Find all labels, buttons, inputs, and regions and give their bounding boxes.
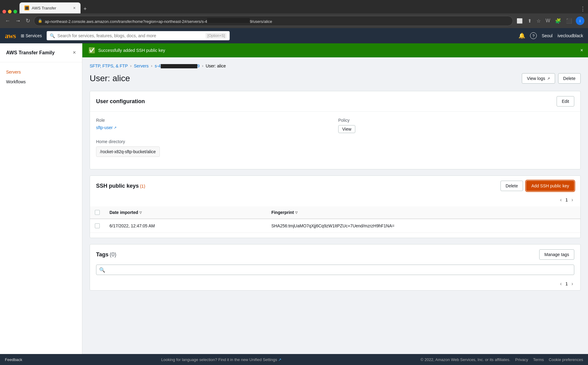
sidebar-item-servers[interactable]: Servers: [0, 67, 82, 77]
layout-icon[interactable]: ⬛: [565, 17, 573, 25]
aws-header: aws ⊞ Services 🔍 [Option+S] 🔔 ? Seoul iv…: [0, 28, 588, 43]
user-profile-icon[interactable]: i: [576, 16, 584, 25]
ssh-pagination: ‹ 1 ›: [90, 196, 580, 206]
share-icon[interactable]: ⬆: [526, 17, 533, 25]
new-tab-button[interactable]: +: [81, 4, 90, 13]
tags-next-page-button[interactable]: ›: [570, 280, 574, 288]
date-imported-header[interactable]: Date imported ▽: [105, 206, 267, 219]
tags-page-number: 1: [565, 281, 568, 286]
back-button[interactable]: ←: [4, 16, 12, 25]
view-logs-button[interactable]: View logs ↗: [522, 73, 555, 84]
screen-share-icon[interactable]: ⬜: [515, 17, 524, 25]
check-icon: ✅: [88, 47, 95, 54]
username-dropdown[interactable]: ivecloudblack: [558, 33, 583, 38]
toolbar-icons: ⬜ ⬆ ☆ W 🧩 ⬛ i: [515, 16, 584, 25]
ssh-keys-actions: Delete Add SSH public key: [500, 181, 574, 191]
breadcrumb-sftp[interactable]: SFTP, FTPS, & FTP: [90, 63, 128, 68]
browser-tab-bar: ⬛ AWS Transfer × + ⋮: [0, 0, 588, 13]
page-title-row: User: alice View logs ↗ Delete: [90, 73, 581, 84]
sort-icon: ▽: [139, 211, 142, 214]
ssh-keys-header: SSH public keys (1) Delete Add SSH publi…: [90, 176, 580, 196]
ssh-page-number: 1: [565, 197, 568, 202]
url-redacted: [207, 18, 250, 23]
breadcrumb-servers[interactable]: Servers: [134, 63, 149, 68]
forward-button[interactable]: →: [14, 16, 22, 25]
tags-card: Tags (0) Manage tags 🔍 ‹ 1 ›: [90, 244, 581, 291]
date-imported-cell: 6/17/2022, 12:47:05 AM: [105, 219, 267, 233]
breadcrumb-server-id: s-49: [155, 63, 199, 68]
success-banner: ✅ Successfully added SSH public key ×: [82, 43, 588, 57]
copyright-text: © 2022, Amazon Web Services, Inc. or its…: [421, 357, 511, 362]
sidebar: AWS Transfer Family × Servers Workflows: [0, 43, 82, 354]
tags-search-row: 🔍: [90, 265, 580, 277]
extension-icon[interactable]: W: [544, 17, 551, 25]
role-label: Role: [96, 118, 332, 123]
tags-search-input[interactable]: [96, 265, 574, 275]
puzzle-icon[interactable]: 🧩: [554, 17, 562, 25]
breadcrumb: SFTP, FTPS, & FTP › Servers › s-49 › Use…: [90, 63, 581, 68]
role-link[interactable]: sftp-user ↗: [96, 125, 117, 130]
edit-button[interactable]: Edit: [557, 96, 574, 107]
close-traffic-light[interactable]: [2, 10, 6, 13]
services-button[interactable]: ⊞ Services: [21, 33, 42, 38]
content-area: ✅ Successfully added SSH public key × SF…: [82, 43, 588, 354]
select-all-checkbox[interactable]: [95, 210, 100, 215]
page-title: User: alice: [90, 74, 130, 83]
active-tab[interactable]: ⬛ AWS Transfer ×: [20, 2, 81, 13]
search-input[interactable]: [57, 33, 203, 38]
maximize-traffic-light[interactable]: [13, 10, 17, 13]
sidebar-nav: Servers Workflows: [0, 62, 82, 92]
bookmark-icon[interactable]: ☆: [535, 17, 542, 25]
breadcrumb-sep-2: ›: [151, 64, 152, 68]
unified-settings-link[interactable]: ↗: [278, 357, 281, 362]
ssh-keys-title: SSH public keys: [96, 183, 139, 189]
main-layout: AWS Transfer Family × Servers Workflows …: [0, 43, 588, 354]
sidebar-close-button[interactable]: ×: [73, 49, 76, 56]
minimize-traffic-light[interactable]: [8, 10, 12, 13]
table-header: Date imported ▽ Fingerprint ▽: [90, 206, 580, 219]
tab-favicon: ⬛: [24, 5, 29, 10]
row-checkbox-cell: [90, 219, 105, 233]
aws-header-right: 🔔 ? Seoul ivecloudblack: [518, 32, 583, 39]
region-selector[interactable]: Seoul: [542, 33, 553, 38]
privacy-link[interactable]: Privacy: [515, 357, 528, 362]
row-checkbox[interactable]: [95, 223, 100, 228]
sidebar-item-workflows[interactable]: Workflows: [0, 77, 82, 87]
tags-pagination: ‹ 1 ›: [90, 277, 580, 290]
page-title-actions: View logs ↗ Delete: [522, 73, 581, 84]
cookie-preferences-link[interactable]: Cookie preferences: [549, 357, 583, 362]
help-button[interactable]: ?: [530, 32, 537, 39]
add-ssh-key-button[interactable]: Add SSH public key: [526, 181, 574, 191]
banner-close-button[interactable]: ×: [580, 48, 583, 53]
policy-label: Policy: [338, 118, 574, 123]
notifications-bell-icon[interactable]: 🔔: [518, 32, 525, 39]
terms-link[interactable]: Terms: [533, 357, 544, 362]
tab-menu[interactable]: ⋮: [580, 5, 586, 13]
refresh-button[interactable]: ↻: [24, 16, 31, 25]
tab-close-button[interactable]: ×: [73, 5, 76, 10]
feedback-link[interactable]: Feedback: [5, 357, 22, 362]
grid-icon: ⊞: [21, 33, 24, 38]
aws-search-bar[interactable]: 🔍 [Option+S]: [47, 31, 230, 40]
browser-chrome: ⬛ AWS Transfer × + ⋮ ← → ↻ 🔒 ap-northeas…: [0, 0, 588, 28]
ssh-delete-button[interactable]: Delete: [500, 181, 523, 191]
traffic-lights: [2, 10, 17, 13]
ssh-next-page-button[interactable]: ›: [570, 196, 574, 204]
manage-tags-button[interactable]: Manage tags: [539, 249, 574, 260]
tags-search-icon: 🔍: [99, 267, 105, 273]
view-policy-button[interactable]: View: [338, 125, 355, 133]
tags-title-group: Tags (0): [96, 251, 117, 258]
address-bar[interactable]: 🔒 ap-northeast-2.console.aws.amazon.com/…: [34, 16, 513, 26]
fingerprint-header[interactable]: Fingerprint ▽: [267, 206, 580, 219]
ssh-keys-card: SSH public keys (1) Delete Add SSH publi…: [90, 175, 581, 238]
tags-prev-page-button[interactable]: ‹: [559, 280, 563, 288]
delete-button[interactable]: Delete: [558, 73, 581, 84]
external-link-icon: ↗: [114, 126, 117, 130]
ssh-prev-page-button[interactable]: ‹: [559, 196, 563, 204]
search-icon: 🔍: [50, 33, 55, 38]
bottom-bar: Feedback Looking for language selection?…: [0, 354, 588, 365]
table-row: 6/17/2022, 12:47:05 AM SHA256:tmjUaMO7qX…: [90, 219, 580, 233]
tags-search-wrap: 🔍: [96, 265, 574, 275]
tags-header: Tags (0) Manage tags: [90, 244, 580, 265]
aws-logo: aws: [5, 32, 16, 40]
